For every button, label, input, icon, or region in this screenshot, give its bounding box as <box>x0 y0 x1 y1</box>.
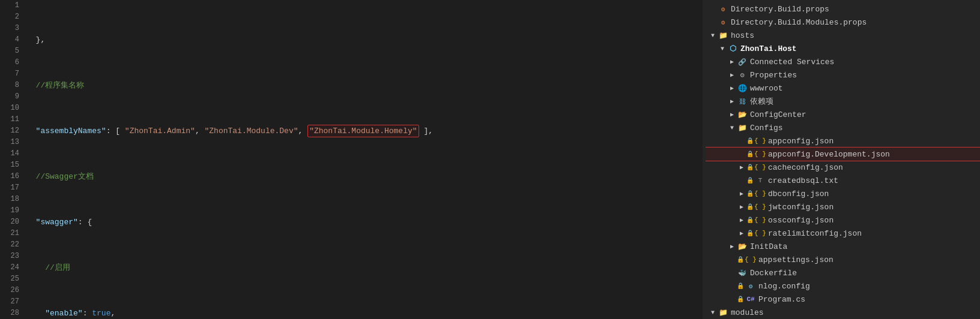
folder-open-icon: 📁 <box>718 308 728 317</box>
folder-icon: 📂 <box>737 110 748 119</box>
tree-label: nlog.config <box>758 282 810 291</box>
txt-icon: T <box>755 176 766 185</box>
lock-icon: 🔒 <box>746 151 754 158</box>
tree-label: cacheconfig.json <box>768 163 843 172</box>
json-icon: { } <box>755 136 766 146</box>
code-line-1: }, <box>26 34 703 46</box>
properties-icon: ⚙ <box>737 70 748 80</box>
collapse-arrow-icon: ▶ <box>737 190 746 197</box>
tree-label: Connected Services <box>750 58 834 67</box>
tree-label: ratelimitconfig.json <box>768 229 862 238</box>
collapse-arrow-icon: ▶ <box>727 111 737 118</box>
folder-open-icon: 📁 <box>737 123 748 133</box>
tree-item-deps[interactable]: ▶ ⛓ 依赖项 <box>706 95 980 108</box>
tree-item-program-cs[interactable]: ▶ 🔒 C# Program.cs <box>706 293 980 306</box>
tree-label: ConfigCenter <box>750 110 806 119</box>
collapse-arrow-icon: ▶ <box>727 58 737 65</box>
tree-label: Dockerfile <box>750 269 797 278</box>
tree-label: Directory.Build.Modules.props <box>731 18 867 27</box>
tree-label: Properties <box>750 71 797 80</box>
tree-item-dir-build-props[interactable]: ▶ ⚙ Directory.Build.props <box>706 2 980 16</box>
tree-item-jwtconfig-json[interactable]: ▶ 🔒 { } jwtconfig.json <box>706 200 980 213</box>
tree-item-initdata[interactable]: ▶ 📂 InitData <box>706 240 980 253</box>
code-line-6: //启用 <box>26 262 703 273</box>
tree-item-hosts[interactable]: ▼ 📁 hosts <box>706 29 980 42</box>
code-line-5: "swagger": { <box>26 216 703 228</box>
wwwroot-icon: 🌐 <box>737 83 748 93</box>
json-icon: { } <box>745 255 756 264</box>
lock-icon: 🔒 <box>746 230 754 237</box>
collapse-arrow-icon: ▶ <box>737 230 746 237</box>
json-icon: { } <box>755 149 766 159</box>
tree-item-nlog-config[interactable]: ▶ 🔒 ⚙ nlog.config <box>706 279 980 293</box>
tree-label: dbconfig.json <box>768 189 829 198</box>
collapse-arrow-icon: ▶ <box>727 243 737 250</box>
tree-label: ZhonTai.Host <box>740 44 797 53</box>
collapse-arrow-icon: ▶ <box>727 71 737 79</box>
collapse-arrow-icon: ▶ <box>727 85 737 92</box>
xml-icon: ⚙ <box>718 17 728 27</box>
tree-item-cacheconfig-json[interactable]: ▶ 🔒 { } cacheconfig.json <box>706 161 980 174</box>
lock-icon: 🔒 <box>746 190 754 197</box>
tree-item-ratelimitconfig-json[interactable]: ▶ 🔒 { } ratelimitconfig.json <box>706 227 980 240</box>
tree-label: 依赖项 <box>750 96 773 107</box>
expand-arrow-icon: ▼ <box>708 32 718 39</box>
lock-icon: 🔒 <box>746 137 754 145</box>
lock-icon: 🔒 <box>746 203 754 210</box>
docker-icon: 🐳 <box>737 268 748 278</box>
expand-arrow-icon: ▼ <box>708 309 718 316</box>
tree-label: ossconfig.json <box>768 216 833 225</box>
tree-label: InitData <box>750 242 787 251</box>
connected-services-icon: 🔗 <box>737 57 748 67</box>
tree-item-properties[interactable]: ▶ ⚙ Properties <box>706 68 980 82</box>
code-line-4: //Swagger文档 <box>26 171 703 182</box>
json-icon: { } <box>755 228 766 238</box>
code-content: }, //程序集名称 "assemblyNames": [ "ZhonTai.A… <box>24 0 703 319</box>
tree-item-connected-services[interactable]: ▶ 🔗 Connected Services <box>706 55 980 68</box>
tree-label: jwtconfig.json <box>768 203 833 212</box>
json-icon: { } <box>755 189 766 198</box>
tree-item-dbconfig-json[interactable]: ▶ 🔒 { } dbconfig.json <box>706 187 980 200</box>
xml-icon: ⚙ <box>718 4 728 14</box>
tree-item-zhontai-host[interactable]: ▼ ⬡ ZhonTai.Host <box>706 42 980 55</box>
code-line-7: "enable": true, <box>26 308 703 319</box>
expand-arrow-icon: ▼ <box>718 46 727 52</box>
tree-item-ossconfig-json[interactable]: ▶ 🔒 { } ossconfig.json <box>706 213 980 227</box>
tree-item-appconfig-json[interactable]: ▶ 🔒 { } appconfig.json <box>706 134 980 148</box>
tree-label: Directory.Build.props <box>731 5 829 14</box>
lock-icon: 🔒 <box>746 216 754 224</box>
tree-item-dir-build-modules-props[interactable]: ▶ ⚙ Directory.Build.Modules.props <box>706 16 980 29</box>
tree-item-dockerfile[interactable]: ▶ 🐳 Dockerfile <box>706 266 980 279</box>
lock-icon: 🔒 <box>737 296 744 303</box>
json-icon: { } <box>755 162 766 172</box>
json-icon: { } <box>755 215 766 225</box>
lock-icon: 🔒 <box>746 164 754 171</box>
tree-item-wwwroot[interactable]: ▶ 🌐 wwwroot <box>706 82 980 95</box>
tree-item-modules[interactable]: ▼ 📁 modules <box>706 306 980 319</box>
code-editor: 1 2 3 4 5 6 7 8 9 10 11 12 13 14 15 16 1… <box>0 0 703 319</box>
code-line-2: //程序集名称 <box>26 80 703 91</box>
tree-item-configs[interactable]: ▼ 📁 Configs <box>706 121 980 134</box>
tree-item-appconfig-dev-json[interactable]: ▶ 🔒 { } appconfig.Development.json <box>706 148 980 161</box>
config-icon: ⚙ <box>745 281 756 291</box>
deps-icon: ⛓ <box>737 97 748 106</box>
code-line-3: "assemblyNames": [ "ZhonTai.Admin", "Zho… <box>26 125 703 137</box>
line-numbers: 1 2 3 4 5 6 7 8 9 10 11 12 13 14 15 16 1… <box>0 0 24 319</box>
tree-item-createdbsql-txt[interactable]: ▶ 🔒 T createdbsql.txt <box>706 174 980 187</box>
folder-icon: 📂 <box>737 242 748 251</box>
lock-icon: 🔒 <box>746 177 754 184</box>
tree-label: appsettings.json <box>758 255 833 264</box>
collapse-arrow-icon: ▶ <box>737 216 746 224</box>
cs-icon: C# <box>745 294 756 304</box>
collapse-arrow-icon: ▶ <box>737 203 746 210</box>
tree-label: appconfig.json <box>768 137 833 146</box>
json-icon: { } <box>755 202 766 212</box>
tree-item-configcenter[interactable]: ▶ 📂 ConfigCenter <box>706 108 980 121</box>
folder-open-icon: 📁 <box>718 31 728 40</box>
expand-arrow-icon: ▼ <box>727 125 737 131</box>
tree-item-appsettings-json[interactable]: ▶ 🔒 { } appsettings.json <box>706 253 980 266</box>
file-tree-panel: ▶ ⚙ Directory.Build.props ▶ ⚙ Directory.… <box>706 0 980 319</box>
tree-label: wwwroot <box>750 84 783 93</box>
lock-icon: 🔒 <box>737 256 744 263</box>
tree-label: Program.cs <box>758 295 805 304</box>
